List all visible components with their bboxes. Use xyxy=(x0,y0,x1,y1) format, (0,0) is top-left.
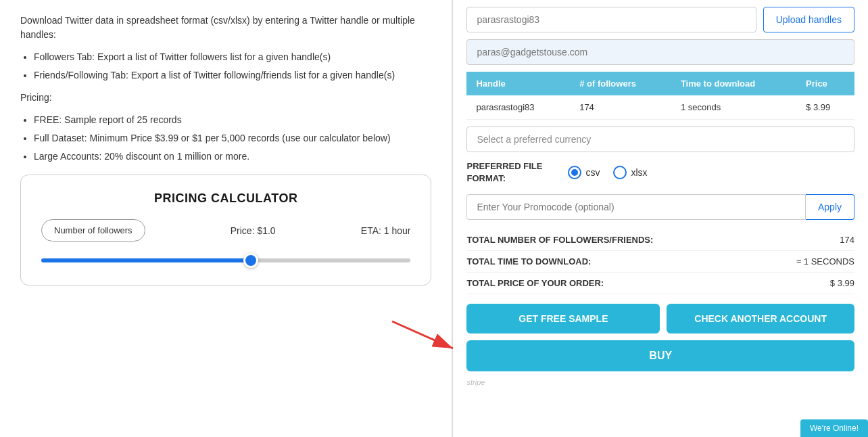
pricing-list: FREE: Sample report of 25 records Full D… xyxy=(34,113,431,164)
get-free-sample-button[interactable]: GET FREE SAMPLE xyxy=(466,304,660,334)
file-format-label: PREFERRED FILEFORMAT: xyxy=(466,160,554,185)
action-buttons-row: GET FREE SAMPLE CHECK ANOTHER ACCOUNT xyxy=(466,304,854,334)
pricing-bullet-2: Full Dataset: Minimum Price $3.99 or $1 … xyxy=(34,131,431,145)
handle-input[interactable] xyxy=(466,7,756,32)
radio-label-csv: csv xyxy=(585,167,600,178)
radio-label-xlsx: xlsx xyxy=(631,167,647,178)
summary-total-time-row: TOTAL TIME TO DOWNLOAD: ≈ 1 SECONDS xyxy=(466,251,854,273)
radio-circle-csv xyxy=(568,166,581,179)
total-price-value: $ 3.99 xyxy=(830,278,854,288)
check-another-button[interactable]: CHECK ANOTHER ACCOUNT xyxy=(667,304,854,334)
chat-bubble[interactable]: We're Online! xyxy=(800,419,868,437)
calculator-title: PRICING CALCULATOR xyxy=(41,191,410,206)
radio-circle-xlsx xyxy=(613,166,627,179)
pricing-bullet-1: FREE: Sample report of 25 records xyxy=(34,113,431,127)
file-format-row: PREFERRED FILEFORMAT: csv xlsx xyxy=(466,160,854,185)
upload-handles-button[interactable]: Upload handles xyxy=(763,7,854,32)
cell-price: $ 3.99 xyxy=(796,95,854,120)
currency-select[interactable]: Select a preferred currency xyxy=(466,127,854,152)
col-header-handle: Handle xyxy=(466,72,570,95)
summary-total-price-row: TOTAL PRICE OF YOUR ORDER: $ 3.99 xyxy=(466,273,854,294)
table-header-row: Handle # of followers Time to download P… xyxy=(466,72,854,95)
followers-button[interactable]: Number of followers xyxy=(41,219,145,242)
data-table: Handle # of followers Time to download P… xyxy=(466,72,854,120)
pricing-label: Pricing: xyxy=(20,91,431,105)
promo-input[interactable] xyxy=(466,194,805,220)
total-time-label: TOTAL TIME TO DOWNLOAD: xyxy=(466,256,591,267)
slider-container xyxy=(41,254,410,264)
intro-text: Download Twitter data in spreadsheet for… xyxy=(20,14,431,42)
check-another-label: CHECK ANOTHER ACCOUNT xyxy=(694,313,827,324)
calc-price: Price: $1.0 xyxy=(231,225,276,236)
buy-button[interactable]: BUY xyxy=(466,340,854,371)
radio-group: csv xlsx xyxy=(568,166,647,179)
calculator-box: PRICING CALCULATOR Number of followers P… xyxy=(20,175,431,285)
radio-csv[interactable]: csv xyxy=(568,166,600,179)
total-price-label: TOTAL PRICE OF YOUR ORDER: xyxy=(466,278,604,288)
bullet-item-2: Friends/Following Tab: Export a list of … xyxy=(34,68,431,83)
bullet-list: Followers Tab: Export a list of Twitter … xyxy=(34,50,431,83)
total-followers-value: 174 xyxy=(840,235,854,245)
handle-row: Upload handles xyxy=(466,7,854,32)
cell-handle: parasrastogi83 xyxy=(466,95,570,120)
apply-button[interactable]: Apply xyxy=(806,194,854,220)
col-header-followers: # of followers xyxy=(570,72,671,95)
cell-time: 1 seconds xyxy=(671,95,796,120)
col-header-time: Time to download xyxy=(671,72,796,95)
promo-row: Apply xyxy=(466,194,854,220)
cell-followers: 174 xyxy=(570,95,671,120)
calc-row: Number of followers Price: $1.0 ETA: 1 h… xyxy=(41,219,410,242)
radio-xlsx[interactable]: xlsx xyxy=(613,166,647,179)
calc-eta: ETA: 1 hour xyxy=(361,225,411,236)
total-time-value: ≈ 1 SECONDS xyxy=(796,256,854,267)
col-header-price: Price xyxy=(796,72,854,95)
total-followers-label: TOTAL NUMBER OF FOLLOWERS/FRIENDS: xyxy=(466,235,653,245)
table-row: parasrastogi83 174 1 seconds $ 3.99 xyxy=(466,95,854,120)
email-input[interactable] xyxy=(466,39,854,65)
pricing-bullet-3: Large Accounts: 20% discount on 1 millio… xyxy=(34,150,431,164)
bullet-item-1: Followers Tab: Export a list of Twitter … xyxy=(34,50,431,64)
left-panel: Download Twitter data in spreadsheet for… xyxy=(0,0,452,437)
stripe-text: stripe xyxy=(466,378,485,386)
followers-slider[interactable] xyxy=(41,258,410,262)
summary-total-followers-row: TOTAL NUMBER OF FOLLOWERS/FRIENDS: 174 xyxy=(466,229,854,251)
right-panel: Upload handles Handle # of followers Tim… xyxy=(453,0,868,437)
